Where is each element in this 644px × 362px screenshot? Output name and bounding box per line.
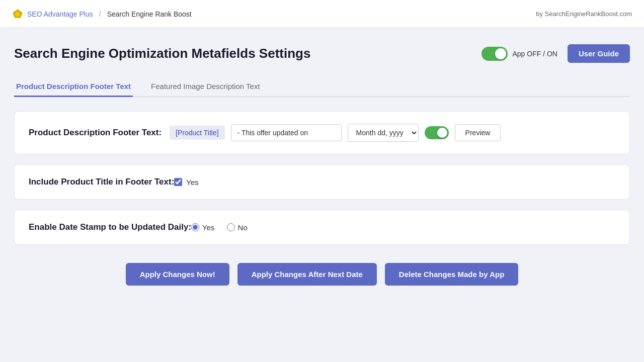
- action-buttons: Apply Changes Now! Apply Changes After N…: [14, 255, 630, 294]
- nav-right: by SearchEngineRankBoost.com: [536, 10, 632, 18]
- nav-left: SEO Advantage Plus / Search Engine Rank …: [12, 9, 192, 20]
- date-stamp-yes-label: Yes: [202, 223, 214, 232]
- nav-title-plugin: Search Engine Rank Boost: [107, 10, 192, 18]
- product-footer-content: [Product Title] Month dd, yyyy dd/MM/yyy…: [170, 124, 615, 142]
- top-nav: SEO Advantage Plus / Search Engine Rank …: [0, 0, 644, 28]
- include-title-checkbox-group: Yes: [174, 178, 198, 187]
- date-stamp-yes-radio[interactable]: [191, 223, 199, 231]
- main-content: Search Engine Optimization Metafields Se…: [0, 28, 644, 310]
- product-footer-label: Product Description Footer Text:: [29, 128, 170, 138]
- tab-featured-image[interactable]: Featured Image Description Text: [149, 77, 262, 97]
- apply-now-button[interactable]: Apply Changes Now!: [126, 263, 229, 286]
- app-toggle[interactable]: [481, 47, 508, 61]
- delete-changes-button[interactable]: Delete Changes Made by App: [385, 263, 519, 286]
- date-stamp-content: Yes No: [191, 223, 615, 232]
- include-title-checkbox-label: Yes: [186, 178, 198, 187]
- include-title-label: Include Product Title in Footer Text:: [29, 177, 174, 187]
- date-stamp-label: Enable Date Stamp to be Updated Daily:: [29, 222, 191, 232]
- user-guide-button[interactable]: User Guide: [568, 44, 630, 63]
- app-toggle-label: App OFF / ON: [513, 50, 557, 58]
- footer-text-input[interactable]: [231, 124, 342, 141]
- tab-product-description[interactable]: Product Description Footer Text: [14, 77, 133, 97]
- date-format-select[interactable]: Month dd, yyyy dd/MM/yyyy MM/dd/yyyy: [348, 124, 419, 142]
- page-title: Search Engine Optimization Metafields Se…: [14, 46, 310, 61]
- product-footer-card: Product Description Footer Text: [Produc…: [14, 111, 630, 154]
- date-stamp-no-option[interactable]: No: [227, 223, 248, 232]
- nav-title-app: SEO Advantage Plus: [27, 10, 93, 18]
- page-header: Search Engine Optimization Metafields Se…: [14, 44, 630, 63]
- date-stamp-card: Enable Date Stamp to be Updated Daily: Y…: [14, 210, 630, 245]
- include-title-card: Include Product Title in Footer Text: Ye…: [14, 164, 630, 200]
- preview-button[interactable]: Preview: [455, 124, 501, 141]
- date-stamp-no-label: No: [238, 223, 248, 232]
- date-stamp-radio-group: Yes No: [191, 223, 248, 232]
- footer-toggle[interactable]: [425, 126, 449, 139]
- date-stamp-no-radio[interactable]: [227, 223, 235, 231]
- nav-separator: /: [99, 10, 101, 18]
- apply-next-date-button[interactable]: Apply Changes After Next Date: [237, 263, 377, 286]
- logo-icon: [12, 9, 23, 20]
- header-right: App OFF / ON User Guide: [481, 44, 630, 63]
- include-title-content: Yes: [174, 178, 615, 187]
- product-title-tag: [Product Title]: [170, 126, 225, 140]
- app-toggle-group: App OFF / ON: [481, 47, 557, 61]
- date-stamp-yes-option[interactable]: Yes: [191, 223, 214, 232]
- include-title-checkbox[interactable]: [174, 178, 182, 186]
- tabs-container: Product Description Footer Text Featured…: [14, 77, 630, 97]
